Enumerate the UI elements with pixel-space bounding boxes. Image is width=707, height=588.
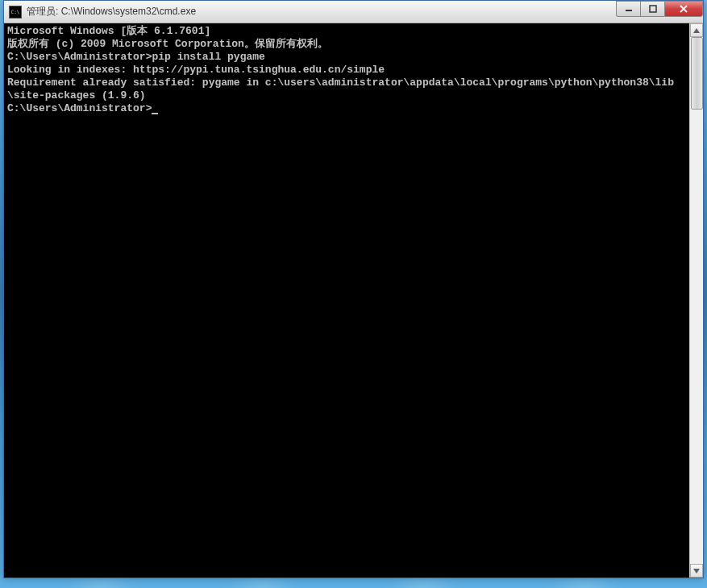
cmd-window: 管理员: C:\Windows\system32\cmd.exe Microso…: [3, 0, 704, 578]
terminal-line: 版权所有 (c) 2009 Microsoft Corporation。保留所有…: [7, 38, 686, 51]
vertical-scrollbar: [689, 23, 703, 578]
svg-rect-1: [650, 6, 656, 12]
scroll-thumb[interactable]: [691, 37, 703, 110]
terminal-prompt: C:\Users\Administrator>: [7, 102, 158, 114]
minimize-button[interactable]: [616, 1, 640, 17]
terminal-output[interactable]: Microsoft Windows [版本 6.1.7601]版权所有 (c) …: [4, 23, 689, 578]
window-title: 管理员: C:\Windows\system32\cmd.exe: [27, 5, 616, 19]
svg-rect-0: [626, 10, 632, 11]
terminal-line: Requirement already satisfied: pygame in…: [7, 77, 686, 102]
prompt-text: C:\Users\Administrator>: [7, 102, 152, 114]
terminal-line: Looking in indexes: https://pypi.tuna.ts…: [7, 64, 686, 77]
scroll-up-button[interactable]: [690, 23, 703, 37]
scroll-down-button[interactable]: [690, 564, 703, 578]
close-button[interactable]: [664, 1, 703, 17]
maximize-button[interactable]: [640, 1, 664, 17]
terminal-line: C:\Users\Administrator>pip install pygam…: [7, 51, 686, 64]
cursor-icon: [152, 113, 158, 114]
cmd-icon: [9, 6, 22, 19]
terminal-area: Microsoft Windows [版本 6.1.7601]版权所有 (c) …: [4, 23, 703, 578]
terminal-line: Microsoft Windows [版本 6.1.7601]: [7, 25, 686, 38]
titlebar[interactable]: 管理员: C:\Windows\system32\cmd.exe: [4, 1, 703, 23]
window-controls: [616, 1, 703, 17]
